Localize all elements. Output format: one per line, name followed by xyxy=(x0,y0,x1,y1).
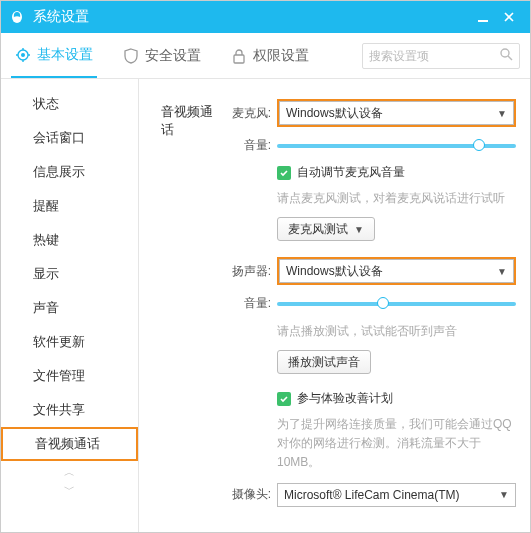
section-title: 音视频通话 xyxy=(161,99,223,517)
sidebar-item-label: 软件更新 xyxy=(33,333,85,351)
sidebar-item-label: 文件共享 xyxy=(33,401,85,419)
auto-adjust-row: 自动调节麦克风音量 xyxy=(277,164,516,181)
svg-rect-10 xyxy=(234,55,244,63)
sidebar-item-label: 热键 xyxy=(33,231,59,249)
sidebar-item-label: 音视频通话 xyxy=(35,435,100,453)
search-icon xyxy=(499,47,513,64)
mic-label: 麦克风: xyxy=(223,105,271,122)
search-input[interactable] xyxy=(369,49,495,63)
sidebar-item-label: 信息展示 xyxy=(33,163,85,181)
camera-select[interactable]: Microsoft® LifeCam Cinema(TM) ▼ xyxy=(277,483,516,507)
svg-point-5 xyxy=(21,53,25,57)
gear-icon xyxy=(15,47,31,63)
camera-row: 摄像头: Microsoft® LifeCam Cinema(TM) ▼ xyxy=(223,483,516,507)
sidebar-nav: ︿ ﹀ xyxy=(1,461,138,497)
mic-select[interactable]: Windows默认设备 ▼ xyxy=(279,101,514,125)
mic-test-row: 麦克风测试 ▼ xyxy=(277,217,516,241)
speaker-select-value: Windows默认设备 xyxy=(286,263,383,280)
svg-point-2 xyxy=(14,16,21,20)
camera-select-value: Microsoft® LifeCam Cinema(TM) xyxy=(284,488,460,502)
mic-hint: 请点麦克风测试，对着麦克风说话进行试听 xyxy=(277,189,516,207)
speaker-volume-slider[interactable] xyxy=(277,302,516,306)
svg-point-11 xyxy=(501,49,509,57)
speaker-test-button[interactable]: 播放测试声音 xyxy=(277,350,371,374)
mic-test-button[interactable]: 麦克风测试 ▼ xyxy=(277,217,375,241)
mic-select-highlight: Windows默认设备 ▼ xyxy=(277,99,516,127)
slider-thumb[interactable] xyxy=(377,297,389,309)
tab-security-label: 安全设置 xyxy=(145,47,201,65)
speaker-test-label: 播放测试声音 xyxy=(288,354,360,371)
speaker-test-row: 播放测试声音 xyxy=(277,350,516,374)
speaker-select[interactable]: Windows默认设备 ▼ xyxy=(279,259,514,283)
chevron-down-icon[interactable]: ﹀ xyxy=(64,482,75,497)
minimize-button[interactable] xyxy=(470,1,496,33)
mic-volume-row: 音量: xyxy=(223,137,516,154)
speaker-row: 扬声器: Windows默认设备 ▼ xyxy=(223,257,516,285)
sidebar-item-reminder[interactable]: 提醒 xyxy=(1,189,138,223)
lock-icon xyxy=(231,48,247,64)
tab-permission-label: 权限设置 xyxy=(253,47,309,65)
search-box[interactable] xyxy=(362,43,520,69)
mic-select-value: Windows默认设备 xyxy=(286,105,383,122)
speaker-hint: 请点播放测试，试试能否听到声音 xyxy=(277,322,516,340)
svg-rect-3 xyxy=(478,20,488,22)
titlebar: 系统设置 xyxy=(1,1,530,33)
content-panel: 音视频通话 麦克风: Windows默认设备 ▼ 音量: xyxy=(139,79,530,532)
sidebar-item-infodisplay[interactable]: 信息展示 xyxy=(1,155,138,189)
auto-adjust-label: 自动调节麦克风音量 xyxy=(297,164,405,181)
improve-row: 参与体验改善计划 xyxy=(277,390,516,407)
sidebar-item-label: 会话窗口 xyxy=(33,129,85,147)
auto-adjust-checkbox[interactable] xyxy=(277,166,291,180)
av-group: 音视频通话 麦克风: Windows默认设备 ▼ 音量: xyxy=(161,99,516,517)
sidebar-item-hotkey[interactable]: 热键 xyxy=(1,223,138,257)
camera-label: 摄像头: xyxy=(223,486,271,503)
sidebar-item-label: 文件管理 xyxy=(33,367,85,385)
sidebar-item-filemgmt[interactable]: 文件管理 xyxy=(1,359,138,393)
tab-basic[interactable]: 基本设置 xyxy=(11,33,97,78)
sidebar-item-avcall[interactable]: 音视频通话 xyxy=(1,427,138,461)
improve-hint: 为了提升网络连接质量，我们可能会通过QQ对你的网络进行检测。消耗流量不大于10M… xyxy=(277,415,516,473)
app-logo-icon xyxy=(9,9,25,25)
tab-permission[interactable]: 权限设置 xyxy=(227,33,313,78)
sidebar-item-label: 提醒 xyxy=(33,197,59,215)
body: 状态 会话窗口 信息展示 提醒 热键 显示 声音 软件更新 文件管理 文件共享 … xyxy=(1,79,530,532)
speaker-label: 扬声器: xyxy=(223,263,271,280)
improve-checkbox[interactable] xyxy=(277,392,291,406)
sidebar-item-label: 声音 xyxy=(33,299,59,317)
sidebar-item-label: 状态 xyxy=(33,95,59,113)
improve-label: 参与体验改善计划 xyxy=(297,390,393,407)
sidebar-item-label: 显示 xyxy=(33,265,59,283)
shield-icon xyxy=(123,48,139,64)
chevron-up-icon[interactable]: ︿ xyxy=(64,465,75,480)
caret-down-icon: ▼ xyxy=(499,489,509,500)
sidebar-item-fileshare[interactable]: 文件共享 xyxy=(1,393,138,427)
svg-line-12 xyxy=(508,56,512,60)
sidebar: 状态 会话窗口 信息展示 提醒 热键 显示 声音 软件更新 文件管理 文件共享 … xyxy=(1,79,139,532)
mic-test-label: 麦克风测试 xyxy=(288,221,348,238)
sidebar-item-status[interactable]: 状态 xyxy=(1,87,138,121)
window-title: 系统设置 xyxy=(33,8,89,26)
sidebar-item-update[interactable]: 软件更新 xyxy=(1,325,138,359)
speaker-volume-row: 音量: xyxy=(223,295,516,312)
close-button[interactable] xyxy=(496,1,522,33)
settings-window: 系统设置 基本设置 安全设置 权限设置 xyxy=(0,0,531,533)
tab-basic-label: 基本设置 xyxy=(37,46,93,64)
search-wrap xyxy=(362,33,520,78)
volume-label: 音量: xyxy=(223,295,271,312)
sidebar-item-sound[interactable]: 声音 xyxy=(1,291,138,325)
slider-thumb[interactable] xyxy=(473,139,485,151)
sidebar-item-chatwindow[interactable]: 会话窗口 xyxy=(1,121,138,155)
volume-label: 音量: xyxy=(223,137,271,154)
caret-down-icon: ▼ xyxy=(497,266,507,277)
tabs-bar: 基本设置 安全设置 权限设置 xyxy=(1,33,530,79)
speaker-select-highlight: Windows默认设备 ▼ xyxy=(277,257,516,285)
sidebar-item-display[interactable]: 显示 xyxy=(1,257,138,291)
tab-security[interactable]: 安全设置 xyxy=(119,33,205,78)
mic-row: 麦克风: Windows默认设备 ▼ xyxy=(223,99,516,127)
caret-down-icon: ▼ xyxy=(354,224,364,235)
caret-down-icon: ▼ xyxy=(497,108,507,119)
mic-volume-slider[interactable] xyxy=(277,144,516,148)
